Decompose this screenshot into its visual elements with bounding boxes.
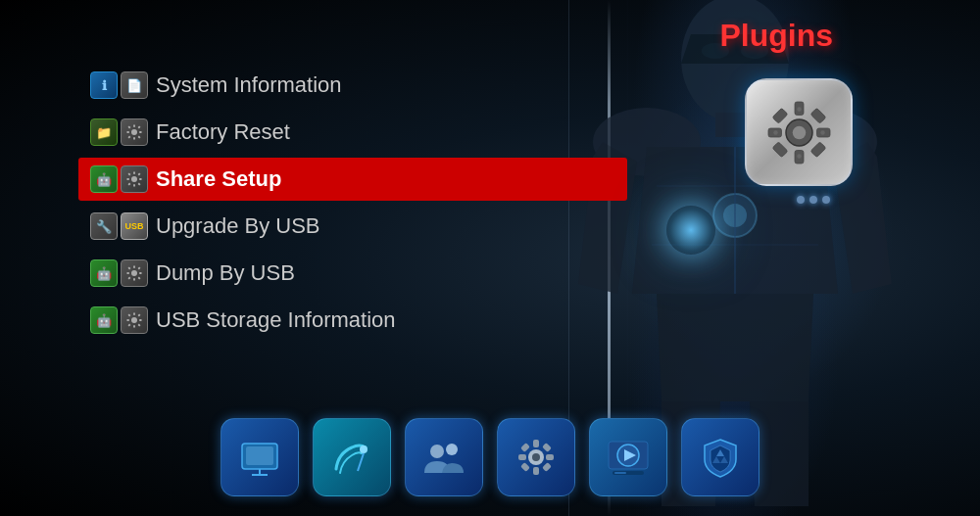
svg-point-33 (360, 446, 368, 453)
menu-item-dump-usb[interactable]: 🤖 Dump By USB (78, 252, 627, 295)
large-gear-icon (762, 96, 836, 169)
taskbar-media[interactable] (589, 418, 667, 496)
android-icon-3: 🤖 (96, 313, 112, 328)
svg-rect-17 (772, 108, 788, 123)
info-icon-box: ℹ (90, 71, 118, 99)
svg-rect-18 (810, 108, 826, 123)
svg-rect-41 (518, 454, 526, 460)
android-icon-box: 🤖 (90, 165, 118, 193)
main-content: Plugins (0, 0, 980, 516)
usb-icon-box: USB (121, 212, 148, 240)
folder-icon-box: 📁 (90, 118, 118, 146)
svg-rect-42 (546, 454, 554, 460)
menu-icon-pair-4: 🔧 USB (90, 212, 148, 240)
dot-3 (822, 196, 830, 204)
svg-point-27 (131, 270, 137, 276)
svg-rect-40 (533, 467, 539, 475)
satellite-icon (328, 434, 375, 481)
gear-icon-box-3 (121, 165, 148, 193)
usb-storage-label: USB Storage Information (156, 307, 396, 333)
info-letter: ℹ (102, 78, 107, 93)
taskbar-shield[interactable] (681, 418, 760, 496)
large-settings-icon[interactable] (745, 78, 853, 186)
dot-2 (809, 196, 817, 204)
tv-icon (236, 434, 283, 481)
gear-icon-box-2 (121, 118, 148, 146)
menu-item-share-setup[interactable]: 🤖 Share Setup (78, 158, 627, 201)
svg-point-25 (131, 129, 137, 135)
svg-point-23 (773, 130, 778, 135)
shield-icon (697, 434, 744, 481)
gear-small-icon-3 (125, 264, 143, 282)
menu-icon-pair-3: 🤖 (90, 165, 148, 193)
usb-label: USB (124, 221, 143, 231)
svg-point-36 (446, 444, 458, 455)
android-icon: 🤖 (96, 172, 112, 187)
menu-icon-pair-5: 🤖 (90, 259, 148, 287)
menu-item-usb-storage[interactable]: 🤖 USB Storage Information (78, 299, 627, 342)
menu-area: ℹ 📄 System Information 📁 (78, 64, 627, 346)
dot-1 (797, 196, 805, 204)
dump-usb-label: Dump By USB (156, 260, 295, 286)
media-play-icon (605, 434, 652, 481)
menu-icon-pair-2: 📁 (90, 118, 148, 146)
gear-icon-box-5 (121, 306, 148, 334)
android-icon-2: 🤖 (96, 266, 112, 281)
taskbar-tv[interactable] (220, 418, 299, 496)
svg-line-34 (358, 453, 364, 471)
gear-small-icon-4 (125, 311, 143, 329)
svg-rect-20 (810, 141, 826, 157)
doc-icon: 📄 (126, 78, 142, 93)
users-icon (420, 434, 467, 481)
svg-point-28 (131, 317, 137, 323)
taskbar-satellite[interactable] (313, 418, 391, 496)
menu-item-upgrade-usb[interactable]: 🔧 USB Upgrade By USB (78, 205, 627, 248)
svg-point-35 (430, 445, 444, 458)
svg-rect-46 (542, 462, 552, 472)
svg-point-12 (792, 125, 806, 139)
plugins-title: Plugins (719, 18, 833, 54)
svg-rect-44 (542, 443, 552, 452)
svg-point-24 (820, 130, 825, 135)
icon-dots (797, 196, 830, 204)
share-setup-label: Share Setup (156, 166, 281, 192)
system-info-label: System Information (156, 72, 342, 98)
menu-item-system-info[interactable]: ℹ 📄 System Information (78, 64, 627, 107)
svg-rect-51 (614, 472, 626, 474)
gear-small-icon-2 (125, 170, 143, 188)
wrench-icon: 🔧 (96, 219, 112, 234)
menu-icon-pair-6: 🤖 (90, 306, 148, 334)
svg-rect-30 (246, 446, 273, 465)
upgrade-usb-label: Upgrade By USB (156, 213, 320, 239)
android-icon-box-2: 🤖 (90, 259, 118, 287)
svg-rect-43 (520, 443, 530, 452)
doc-icon-box: 📄 (121, 71, 148, 99)
android-icon-box-3: 🤖 (90, 306, 118, 334)
svg-point-38 (532, 453, 540, 461)
gear-icon-box-4 (121, 259, 148, 287)
svg-rect-39 (533, 440, 539, 447)
menu-icon-pair-1: ℹ 📄 (90, 71, 148, 99)
svg-point-22 (797, 154, 802, 159)
taskbar-users[interactable] (405, 418, 483, 496)
svg-rect-19 (772, 141, 788, 157)
menu-item-factory-reset[interactable]: 📁 Factory Reset (78, 111, 627, 154)
taskbar (0, 418, 980, 496)
wrench-icon-box: 🔧 (90, 212, 118, 240)
taskbar-settings[interactable] (497, 418, 575, 496)
svg-point-21 (797, 107, 802, 112)
folder-icon: 📁 (96, 125, 112, 140)
settings-gear-icon (513, 434, 560, 481)
gear-small-icon (125, 123, 143, 141)
svg-point-26 (131, 176, 137, 182)
factory-reset-label: Factory Reset (156, 119, 290, 145)
svg-rect-45 (520, 462, 530, 472)
chest-glow (666, 206, 715, 255)
